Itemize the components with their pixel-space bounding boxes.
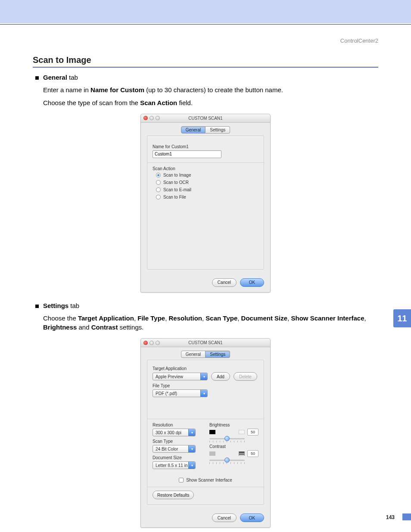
radio-dot-icon bbox=[156, 187, 161, 192]
txt: Document Size bbox=[241, 314, 288, 322]
cancel-button[interactable]: Cancel bbox=[212, 278, 237, 287]
radio-scan-to-ocr[interactable]: Scan to OCR bbox=[156, 180, 258, 185]
running-header: ControlCenter2 bbox=[33, 33, 378, 55]
txt: , bbox=[134, 314, 137, 322]
brightness-max-icon bbox=[239, 430, 245, 434]
radio-label: Scan to OCR bbox=[163, 180, 189, 185]
radio-scan-to-email[interactable]: Scan to E-mail bbox=[156, 187, 258, 192]
general-desc-1: Enter a name in Name for Custom (up to 3… bbox=[43, 85, 378, 95]
brightness-value: 50 bbox=[247, 429, 258, 436]
separator bbox=[147, 487, 264, 487]
bullet-settings-suffix: tab bbox=[68, 302, 79, 309]
tab-settings[interactable]: Settings bbox=[206, 351, 230, 358]
chevron-updown-icon: ▾ bbox=[188, 462, 195, 469]
radio-scan-to-file[interactable]: Scan to File bbox=[156, 195, 258, 199]
scan-action-label: Scan Action bbox=[153, 166, 258, 171]
name-for-custom-label: Name for Custom1 bbox=[153, 144, 258, 149]
custom-scan-dialog-general: CUSTOM SCAN1 General Settings Name for C… bbox=[140, 114, 271, 292]
combo-value: 24 Bit Color bbox=[156, 447, 188, 451]
txt: Scan Action bbox=[140, 99, 177, 106]
file-type-label: File Type bbox=[153, 383, 258, 388]
chevron-updown-icon: ▾ bbox=[188, 429, 195, 436]
bullet-general-tab: General tab bbox=[35, 74, 378, 81]
txt: Scan Type bbox=[206, 314, 237, 322]
brightness-label: Brightness bbox=[209, 423, 258, 427]
tab-general[interactable]: General bbox=[181, 126, 206, 134]
page-number-accent bbox=[402, 513, 411, 520]
chapter-tab: 11 bbox=[393, 309, 411, 327]
combo-value: PDF (*.pdf) bbox=[156, 391, 200, 396]
brightness-slider[interactable] bbox=[209, 436, 245, 442]
contrast-max-icon bbox=[239, 451, 245, 456]
txt: (up to 30 characters) to create the butt… bbox=[144, 86, 283, 93]
txt: Contrast bbox=[91, 324, 118, 331]
txt: field. bbox=[177, 99, 193, 106]
radio-label: Scan to E-mail bbox=[163, 187, 191, 192]
bullet-icon bbox=[35, 76, 39, 80]
restore-defaults-button[interactable]: Restore Defaults bbox=[153, 491, 194, 499]
radio-dot-icon bbox=[156, 195, 161, 199]
txt: and bbox=[77, 324, 91, 331]
dialog-titlebar: CUSTOM SCAN1 bbox=[141, 339, 270, 347]
txt: Resolution bbox=[169, 314, 202, 322]
txt: Enter a name in bbox=[43, 86, 90, 93]
contrast-min-icon bbox=[209, 451, 215, 456]
txt: settings. bbox=[118, 324, 143, 331]
txt: Choose the type of scan from the bbox=[43, 99, 140, 106]
ok-button[interactable]: OK bbox=[240, 513, 264, 522]
combo-value: Letter 8.5 x 11 in bbox=[156, 463, 188, 468]
cancel-button[interactable]: Cancel bbox=[212, 513, 237, 522]
settings-desc: Choose the Target Application, File Type… bbox=[43, 314, 378, 333]
contrast-label: Contrast bbox=[209, 444, 258, 449]
combo-value: 300 x 300 dpi bbox=[156, 430, 188, 435]
chevron-updown-icon: ▾ bbox=[200, 390, 207, 397]
resolution-select[interactable]: 300 x 300 dpi ▾ bbox=[153, 429, 196, 436]
name-for-custom-input[interactable] bbox=[153, 150, 221, 158]
txt: , bbox=[165, 314, 168, 322]
scan-type-label: Scan Type bbox=[153, 439, 202, 444]
resolution-label: Resolution bbox=[153, 423, 202, 427]
contrast-slider[interactable] bbox=[209, 457, 245, 463]
dialog-title: CUSTOM SCAN1 bbox=[141, 340, 270, 345]
target-app-select[interactable]: Apple Preview ▾ bbox=[153, 373, 208, 380]
separator bbox=[147, 162, 264, 163]
document-size-label: Document Size bbox=[153, 455, 202, 460]
delete-button[interactable]: Delete bbox=[234, 372, 257, 381]
show-scanner-interface-checkbox[interactable]: Show Scanner Interface bbox=[153, 478, 258, 482]
custom-scan-dialog-settings: CUSTOM SCAN1 General Settings Target App… bbox=[140, 338, 271, 528]
target-app-label: Target Application bbox=[153, 366, 258, 371]
brightness-min-icon bbox=[209, 430, 215, 434]
ok-button[interactable]: OK bbox=[240, 278, 264, 287]
bullet-general-label: General bbox=[43, 74, 67, 81]
add-button[interactable]: Add bbox=[211, 372, 230, 381]
radio-dot-icon bbox=[156, 173, 161, 177]
combo-value: Apple Preview bbox=[156, 374, 200, 379]
chevron-updown-icon: ▾ bbox=[200, 373, 207, 380]
radio-dot-icon bbox=[156, 180, 161, 185]
separator bbox=[147, 419, 264, 419]
bullet-general-suffix: tab bbox=[67, 74, 78, 81]
page-number: 143 bbox=[386, 514, 395, 520]
checkbox-label: Show Scanner Interface bbox=[186, 478, 232, 482]
document-size-select[interactable]: Letter 8.5 x 11 in ▾ bbox=[153, 461, 196, 469]
section-title: Scan to Image bbox=[33, 55, 378, 68]
txt: , bbox=[364, 314, 366, 322]
txt: Choose the bbox=[43, 314, 78, 322]
page-top-banner bbox=[0, 0, 411, 24]
scan-type-select[interactable]: 24 Bit Color ▾ bbox=[153, 445, 196, 453]
general-groupbox: Name for Custom1 Scan Action Scan to Ima… bbox=[147, 135, 264, 270]
txt: Name for Custom bbox=[90, 86, 144, 93]
file-type-select[interactable]: PDF (*.pdf) ▾ bbox=[153, 389, 208, 397]
bullet-icon bbox=[35, 305, 39, 308]
tab-bar: General Settings bbox=[147, 126, 264, 134]
chevron-updown-icon: ▾ bbox=[188, 445, 195, 452]
checkbox-icon bbox=[179, 478, 184, 482]
radio-scan-to-image[interactable]: Scan to Image bbox=[156, 173, 258, 177]
radio-label: Scan to File bbox=[163, 195, 186, 199]
tab-settings[interactable]: Settings bbox=[206, 126, 230, 134]
scan-action-radios: Scan to Image Scan to OCR Scan to E-mail bbox=[156, 173, 258, 199]
tab-bar: General Settings bbox=[147, 351, 264, 358]
general-desc-2: Choose the type of scan from the Scan Ac… bbox=[43, 98, 378, 108]
dialog-titlebar: CUSTOM SCAN1 bbox=[141, 114, 270, 123]
tab-general[interactable]: General bbox=[181, 351, 206, 358]
